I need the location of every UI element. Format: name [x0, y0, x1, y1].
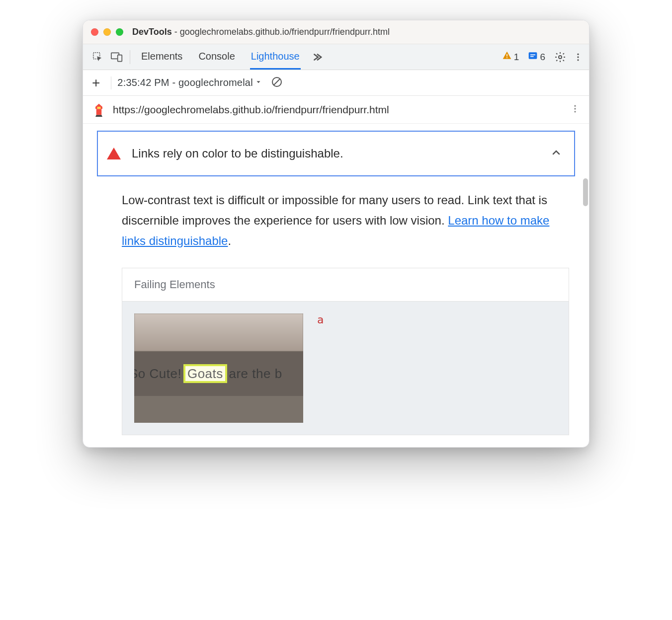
report-history-select[interactable]: 2:35:42 PM - googlechromelal	[117, 77, 252, 88]
svg-rect-5	[529, 52, 537, 59]
failing-elements-box: Failing Elements So Cute! Goats are the …	[122, 268, 569, 435]
svg-rect-14	[96, 109, 102, 115]
thumb-preview-text: So Cute! Goats are the b	[134, 366, 282, 382]
close-window-button[interactable]	[91, 28, 98, 36]
element-selector[interactable]: a	[317, 313, 324, 326]
svg-rect-4	[506, 57, 507, 58]
title-app: DevTools	[132, 27, 172, 37]
status-badges: 1 6	[502, 51, 545, 63]
report-content: Links rely on color to be distinguishabl…	[83, 124, 589, 447]
new-report-button[interactable]: +	[92, 75, 100, 91]
svg-rect-2	[118, 55, 122, 61]
zoom-window-button[interactable]	[116, 28, 123, 36]
report-url-row: https://googlechromelabs.github.io/frien…	[83, 96, 589, 124]
settings-button[interactable]	[553, 50, 567, 64]
clear-report-button[interactable]	[271, 76, 283, 90]
devtools-window: DevTools - googlechromelabs.github.io/fr…	[83, 20, 589, 448]
svg-rect-3	[506, 54, 507, 57]
panel-toolbar: Elements Console Lighthouse 1 6	[83, 44, 589, 70]
more-tabs-button[interactable]	[311, 52, 323, 63]
panel-tabs: Elements Console Lighthouse	[140, 44, 301, 70]
lighthouse-icon	[92, 103, 106, 117]
device-toolbar-icon[interactable]	[110, 50, 124, 64]
svg-rect-6	[530, 55, 535, 56]
svg-point-9	[577, 53, 579, 55]
failing-elements-body: So Cute! Goats are the b a	[122, 302, 569, 435]
highlighted-link: Goats	[185, 366, 225, 381]
more-options-button[interactable]	[571, 50, 585, 64]
tab-lighthouse[interactable]: Lighthouse	[250, 44, 301, 70]
tab-console[interactable]: Console	[197, 44, 236, 70]
issues-count: 6	[540, 52, 545, 63]
minimize-window-button[interactable]	[103, 28, 111, 36]
collapse-chevron-icon[interactable]	[550, 147, 562, 160]
audit-title: Links rely on color to be distinguishabl…	[132, 147, 343, 160]
failing-elements-header: Failing Elements	[122, 268, 569, 302]
tab-elements[interactable]: Elements	[140, 44, 183, 70]
warnings-count: 1	[514, 52, 519, 63]
svg-point-17	[574, 108, 576, 109]
svg-point-16	[574, 105, 576, 106]
svg-line-13	[274, 79, 280, 85]
title-url: googlechromelabs.github.io/friendpurr/fr…	[180, 27, 390, 37]
issues-badge[interactable]: 6	[528, 51, 545, 63]
dropdown-caret-icon	[255, 78, 262, 87]
fail-triangle-icon	[107, 148, 121, 159]
toolbar-divider	[130, 50, 130, 64]
report-menu-button[interactable]	[570, 104, 580, 116]
lighthouse-toolbar: + 2:35:42 PM - googlechromelal	[83, 70, 589, 96]
svg-rect-15	[97, 106, 101, 108]
report-url: https://googlechromelabs.github.io/frien…	[113, 104, 389, 116]
warnings-badge[interactable]: 1	[502, 51, 519, 63]
window-title: DevTools - googlechromelabs.github.io/fr…	[132, 27, 390, 37]
audit-item[interactable]: Links rely on color to be distinguishabl…	[97, 131, 575, 176]
titlebar: DevTools - googlechromelabs.github.io/fr…	[83, 20, 589, 44]
svg-point-18	[574, 111, 576, 112]
svg-point-10	[577, 56, 579, 58]
svg-point-11	[577, 59, 579, 61]
audit-description: Low-contrast text is difficult or imposs…	[122, 190, 569, 251]
inspect-element-icon[interactable]	[91, 50, 105, 64]
toolbar-divider	[111, 77, 111, 89]
warning-icon	[502, 51, 512, 63]
issues-icon	[528, 51, 538, 63]
window-controls	[91, 28, 123, 36]
svg-point-8	[559, 56, 562, 59]
svg-rect-7	[530, 56, 534, 57]
element-screenshot[interactable]: So Cute! Goats are the b	[134, 313, 303, 423]
